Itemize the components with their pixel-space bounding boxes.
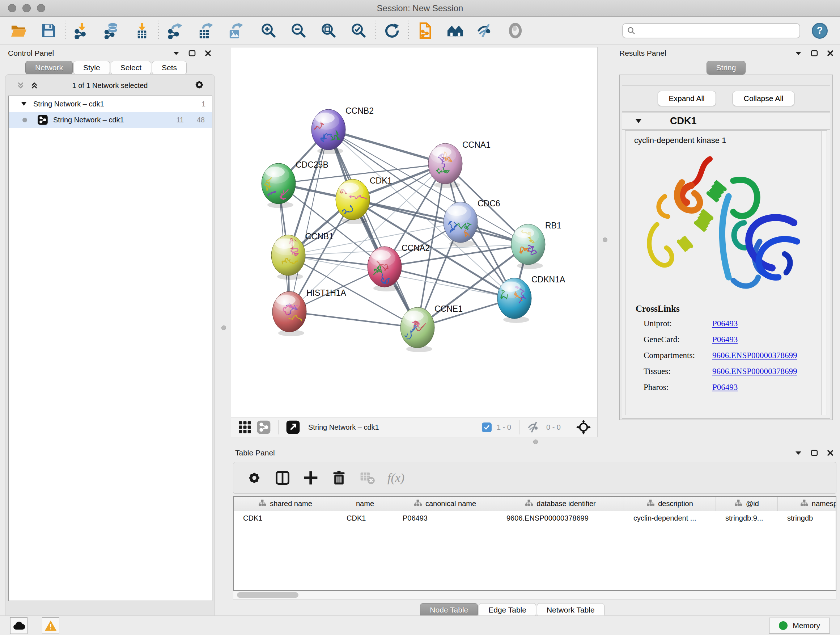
section-scrollbar[interactable]	[821, 130, 827, 415]
panel-float-icon[interactable]	[809, 49, 820, 57]
section-collapse-icon[interactable]	[635, 119, 642, 124]
memory-button[interactable]: Memory	[769, 618, 830, 633]
tab-network-table[interactable]: Network Table	[537, 603, 605, 617]
crosslink-value[interactable]: 9606.ENSP00000378699	[712, 351, 797, 360]
node-CDC6[interactable]	[444, 202, 477, 249]
column-header-namespace[interactable]: namespace	[778, 497, 836, 511]
node-CCNB2[interactable]	[311, 109, 346, 154]
node-CCNB1[interactable]	[271, 235, 305, 280]
zoom-selected-icon[interactable]	[350, 22, 367, 39]
panel-close-icon[interactable]	[202, 49, 213, 57]
tab-network[interactable]: Network	[25, 61, 73, 74]
tab-string[interactable]: String	[706, 61, 746, 74]
import-network-database-icon[interactable]	[103, 22, 120, 39]
column-header-name[interactable]: name	[337, 497, 393, 511]
node-CCNA1[interactable]	[428, 143, 462, 188]
edge-CCNB2-CCNE1[interactable]	[328, 130, 417, 328]
edge-CCNB2-CCNA1[interactable]	[328, 130, 445, 164]
column-header-description[interactable]: description	[624, 497, 716, 511]
table-row[interactable]: CDK1CDK1P064939606.ENSP00000378699cyclin…	[234, 511, 836, 525]
table-cell[interactable]: CDK1	[337, 511, 393, 525]
node-HIST1H1A[interactable]	[272, 291, 306, 336]
selected-checkbox-icon[interactable]	[482, 423, 492, 432]
grid-view-icon[interactable]	[238, 420, 252, 434]
string-network-graph[interactable]: CCNB2CCNA1CDC25BCDK1CDC6RB1CCNB1CCNA2CDK…	[231, 48, 597, 417]
expand-all-button[interactable]: Expand All	[658, 91, 716, 106]
panel-dropdown-icon[interactable]	[171, 49, 182, 57]
node-RB1[interactable]	[511, 224, 545, 269]
column-header-label: name	[356, 500, 374, 508]
panel-float-icon[interactable]	[809, 448, 820, 457]
export-image-icon[interactable]	[227, 22, 244, 39]
table-horizontal-scrollbar[interactable]	[233, 591, 836, 600]
table-options-gear-icon[interactable]	[246, 470, 262, 486]
help-icon[interactable]: ?	[812, 23, 828, 39]
column-header-canonical-name[interactable]: canonical name	[393, 497, 497, 511]
scrollbar-thumb[interactable]	[237, 592, 298, 598]
column-header-database-identifier[interactable]: database identifier	[497, 497, 624, 511]
save-session-icon[interactable]	[40, 22, 57, 39]
table-cell[interactable]: P06493	[393, 511, 497, 525]
panel-float-icon[interactable]	[187, 49, 197, 57]
tab-node-table[interactable]: Node Table	[420, 603, 478, 617]
tab-sets[interactable]: Sets	[152, 61, 187, 74]
network-canvas[interactable]: CCNB2CCNA1CDC25BCDK1CDC6RB1CCNB1CCNA2CDK…	[231, 47, 598, 417]
tab-edge-table[interactable]: Edge Table	[478, 603, 536, 617]
hide-eye-icon[interactable]	[477, 22, 494, 39]
crosshair-pan-icon[interactable]	[576, 420, 591, 434]
search-box[interactable]	[622, 23, 800, 38]
node-CCNE1[interactable]	[401, 307, 434, 352]
home-networks-icon[interactable]	[447, 22, 464, 39]
string-network-icon	[37, 114, 48, 125]
network-row[interactable]: String Network – cdk1 11 48	[9, 112, 212, 128]
bottom-splitter-handle[interactable]	[533, 440, 538, 444]
tab-style[interactable]: Style	[73, 61, 110, 74]
tab-select[interactable]: Select	[111, 61, 151, 74]
node-CDC25B[interactable]	[262, 163, 295, 208]
table-cell[interactable]: CDK1	[234, 511, 337, 525]
crosslink-value[interactable]: P06493	[712, 383, 737, 392]
main-toolbar: ?	[0, 17, 840, 45]
column-header--id[interactable]: @id	[716, 497, 778, 511]
zoom-in-icon[interactable]	[260, 22, 277, 39]
open-file-icon[interactable]	[10, 22, 27, 39]
warning-button[interactable]	[42, 617, 59, 634]
panel-close-icon[interactable]	[825, 49, 836, 57]
refresh-icon[interactable]	[384, 22, 401, 39]
import-network-file-icon[interactable]	[73, 22, 90, 39]
table-cell[interactable]: stringdb	[778, 511, 836, 525]
panel-close-icon[interactable]	[825, 448, 836, 457]
open-in-window-icon[interactable]	[286, 420, 300, 434]
edge-HIST1H1A-CCNE1[interactable]	[289, 312, 417, 328]
show-columns-icon[interactable]	[275, 470, 291, 486]
zoom-fit-icon[interactable]	[320, 22, 337, 39]
edge-CCNB2-HIST1H1A[interactable]	[289, 130, 328, 312]
add-column-icon[interactable]	[303, 470, 319, 486]
crosslink-value[interactable]: 9606.ENSP00000378699	[712, 367, 797, 376]
document-share-icon[interactable]	[417, 22, 434, 39]
network-share-view-icon[interactable]	[256, 420, 271, 434]
delete-column-icon[interactable]	[331, 470, 347, 486]
search-input[interactable]	[636, 27, 796, 35]
right-splitter-handle[interactable]	[603, 238, 607, 242]
table-cell[interactable]: 9606.ENSP00000378699	[497, 511, 624, 525]
left-splitter-handle[interactable]	[221, 325, 226, 330]
column-header-shared-name[interactable]: shared name	[234, 497, 337, 511]
crosslink-value[interactable]: P06493	[712, 335, 737, 344]
network-collection-row[interactable]: String Network – cdk1 1	[9, 96, 212, 112]
cloud-button[interactable]	[10, 617, 27, 634]
panel-dropdown-icon[interactable]	[793, 49, 804, 57]
collapse-all-button[interactable]: Collapse All	[733, 91, 795, 106]
node-table[interactable]: shared namenamecanonical namedatabase id…	[233, 496, 836, 591]
export-network-icon[interactable]	[167, 22, 184, 39]
table-cell[interactable]: stringdb:9...	[716, 511, 778, 525]
import-table-file-icon[interactable]	[134, 22, 150, 39]
crosslink-value[interactable]: P06493	[712, 319, 737, 328]
zoom-out-icon[interactable]	[290, 22, 307, 39]
panel-dropdown-icon[interactable]	[793, 448, 804, 457]
show-eye-icon[interactable]	[507, 22, 524, 39]
search-icon	[627, 26, 636, 36]
tree-expand-icon[interactable]	[21, 102, 27, 106]
export-table-icon[interactable]	[197, 22, 214, 39]
table-cell[interactable]: cyclin-dependent ...	[624, 511, 716, 525]
